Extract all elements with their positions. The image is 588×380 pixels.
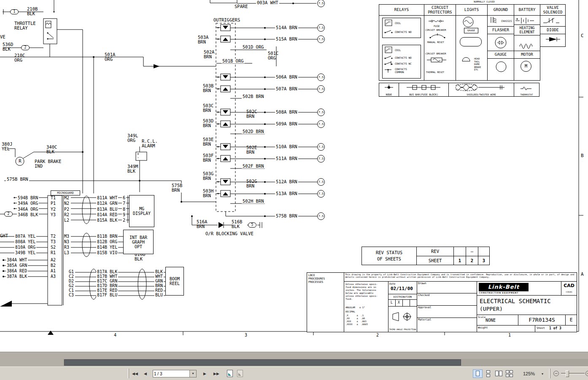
wire-label: 380J YEL bbox=[2, 142, 12, 151]
select-mark bbox=[238, 373, 241, 376]
coil-icon bbox=[385, 46, 392, 53]
layout-single-page-icon[interactable] bbox=[473, 370, 482, 377]
gauge-circle-icon bbox=[495, 61, 507, 73]
wire-label: 502F BRN bbox=[242, 164, 265, 168]
sheet-label: SHEET bbox=[416, 256, 454, 265]
wire-label: 575B BRN bbox=[275, 214, 298, 218]
terminal-label: T2 bbox=[51, 234, 56, 239]
outriggers-title: OUTRIGGERS bbox=[213, 18, 240, 22]
dist-l: L bbox=[391, 301, 393, 305]
wire-label: 810A ORG bbox=[14, 245, 36, 250]
third-angle-label: THIRD ANGLE PROJECTION bbox=[388, 328, 417, 331]
tolerance-note: Unless otherwise speci- fied dimensions … bbox=[345, 283, 378, 301]
wire-label: 507A BRN bbox=[275, 87, 298, 91]
page-glyph bbox=[486, 374, 490, 377]
layout-two-up-icon[interactable] bbox=[494, 370, 503, 377]
legend-header: BATTERY bbox=[514, 4, 540, 16]
wire-row: G2 817D BRN BRN bbox=[0, 284, 169, 288]
legend-header: VALVE SOLENOID bbox=[540, 4, 566, 16]
rev-status-table: REV STATUS OF SHEETS REV SHEET – 1 2 3 bbox=[361, 247, 490, 265]
sheet-label: Sheet bbox=[537, 327, 545, 330]
node-label: NODE bbox=[379, 93, 399, 96]
page-number-input[interactable] bbox=[154, 371, 189, 377]
horizontal-scrollbar[interactable] bbox=[63, 359, 588, 366]
select-tool-icon[interactable] bbox=[237, 370, 243, 377]
mg-display-box: MG DISPLAY bbox=[129, 195, 154, 227]
lbce-label: LBCE PROCEDURES PROCESSES bbox=[308, 274, 325, 284]
chassis-label: CHASSIS bbox=[501, 19, 512, 22]
solenoid-icon bbox=[543, 17, 559, 24]
zone-letter: C bbox=[581, 33, 584, 38]
wire-label: 514A BRN bbox=[275, 25, 298, 30]
legal-text: This drawing is the property of Link-Bel… bbox=[345, 273, 576, 278]
wire-row: 384A WHT A2 bbox=[0, 257, 84, 263]
terminal-label: T3 bbox=[51, 239, 56, 244]
fuse-rating-circle: 7.5 bbox=[317, 73, 325, 81]
heating-element-label: HEATING ELEMENT bbox=[514, 24, 540, 35]
wire-row: C3 817F BLU BLU bbox=[0, 293, 169, 298]
page-glyph bbox=[510, 374, 513, 377]
next-view-button[interactable]: ▶▶ bbox=[213, 370, 219, 377]
motor-icon: M bbox=[521, 61, 531, 72]
wire-label: 502D BRN bbox=[242, 129, 265, 134]
gauge-label: GAUGE bbox=[464, 28, 478, 33]
terminal-label: L2 bbox=[64, 218, 69, 223]
page-number-box: ▾ bbox=[153, 370, 197, 377]
date-value: 02/11/00 bbox=[391, 286, 413, 291]
zoom-out-button[interactable]: − bbox=[553, 371, 559, 376]
minus-mark: - bbox=[137, 155, 139, 160]
circuit-breaker-label: CIRCUIT BREAKER bbox=[425, 52, 446, 55]
previous-view-button[interactable]: ◀◀ bbox=[132, 370, 138, 377]
third-angle-projection-icon bbox=[391, 312, 415, 322]
zoom-dropdown-button[interactable]: ▾ bbox=[542, 370, 543, 378]
wire-label: 502C BRN bbox=[246, 109, 257, 119]
zone-number: 3 bbox=[245, 333, 247, 338]
wire-label: 502E BRN bbox=[246, 145, 257, 155]
layout-continuous-icon[interactable] bbox=[484, 370, 493, 377]
throttle-relay-label: THROTTLE RELAY bbox=[14, 21, 36, 30]
page-glyph bbox=[510, 370, 513, 373]
terminal-label: A2 bbox=[51, 258, 56, 263]
page-dropdown-button[interactable]: ▾ bbox=[189, 370, 196, 377]
fuse-label: FUSE bbox=[434, 24, 440, 27]
next-page-button[interactable]: ▶ bbox=[203, 370, 206, 377]
legend-header: LIGHTS bbox=[456, 4, 488, 16]
zoom-slider-track[interactable] bbox=[561, 373, 585, 375]
wire-row: C1 817E RED RED bbox=[0, 288, 169, 293]
wire-label: 349M BLK bbox=[127, 164, 138, 174]
previous-page-button[interactable]: ◀ bbox=[144, 370, 147, 377]
connector-2: 2 bbox=[21, 45, 30, 50]
zoom-level-value[interactable]: 125% bbox=[523, 370, 535, 377]
microguard-rows-2: 807A YEL T2 M3 811B BRN 808A YEL T3 N3 8… bbox=[0, 233, 127, 255]
page-glyph bbox=[495, 371, 499, 376]
contacts-common-label: CONTACTS COMMON bbox=[395, 68, 407, 73]
zoom-in-button[interactable]: + bbox=[585, 371, 588, 376]
boom-reel-box: BOOM REEL bbox=[165, 267, 184, 296]
wire-label: 210B BLK bbox=[27, 7, 38, 16]
wire-label: 501D ORG bbox=[242, 45, 265, 49]
scrollbar-thumb[interactable] bbox=[64, 359, 461, 366]
wire-color-label: BLU bbox=[154, 293, 164, 298]
decimal-label: DECIMAL bbox=[345, 310, 355, 313]
weight-label: Weight bbox=[478, 326, 488, 329]
snapshot-tool-icon[interactable] bbox=[227, 370, 233, 377]
grid-divider bbox=[402, 299, 403, 307]
manual-reset-label: MANUAL RESET bbox=[427, 41, 444, 44]
terminal-label: L3 bbox=[64, 250, 69, 255]
wire-row: D2 817C GRN GRN bbox=[0, 279, 169, 284]
wire-row: 808A YEL T3 N3 812B ORG bbox=[0, 239, 127, 244]
grid-divider bbox=[395, 299, 396, 307]
wire-label: 003A WHT bbox=[256, 0, 279, 5]
zoom-slider-thumb[interactable] bbox=[566, 370, 569, 377]
wire-row: 810A ORG S2 R3 814B YEL bbox=[0, 244, 127, 250]
headlight-icon bbox=[460, 37, 482, 46]
wire-row: 385A GRN B2 bbox=[0, 263, 84, 268]
terminal-label: P1 bbox=[51, 201, 56, 206]
coil-icon bbox=[385, 19, 392, 26]
motor-label: MOTOR bbox=[514, 51, 540, 59]
layout-two-up-continuous-icon[interactable] bbox=[505, 370, 514, 377]
wire-row: 346B BLK Y3 R2 814A RED 9 bbox=[0, 212, 131, 217]
grid-divider bbox=[410, 299, 410, 307]
pin-label: 7 bbox=[122, 201, 126, 206]
wire-label: 503B BRN bbox=[203, 84, 213, 93]
